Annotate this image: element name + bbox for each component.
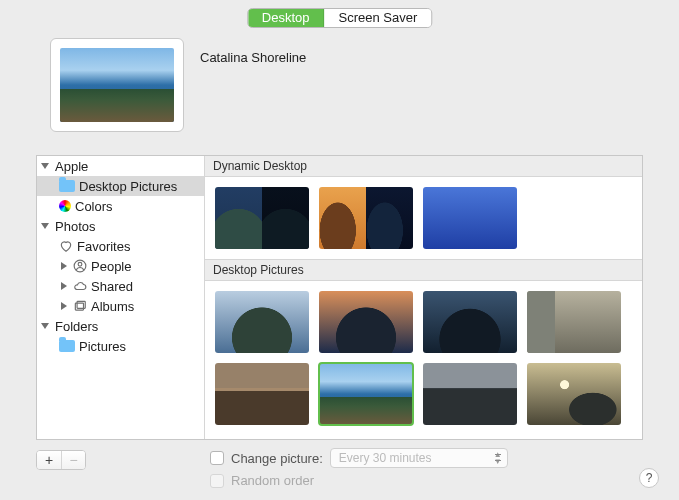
source-sidebar: Apple Desktop Pictures Colors Photos Fav… xyxy=(37,156,205,439)
sidebar-item-people[interactable]: People xyxy=(37,256,204,276)
group-header-dynamic: Dynamic Desktop xyxy=(205,156,642,177)
wallpaper-thumb[interactable] xyxy=(423,187,517,249)
add-remove-source: + − xyxy=(36,450,86,470)
disclosure-triangle-icon xyxy=(41,163,49,169)
svg-point-1 xyxy=(78,262,82,266)
add-source-button[interactable]: + xyxy=(37,451,61,469)
disclosure-triangle-icon xyxy=(41,223,49,229)
wallpaper-thumb[interactable] xyxy=(527,291,621,353)
wallpaper-thumb[interactable] xyxy=(423,291,517,353)
disclosure-triangle-icon xyxy=(61,262,67,270)
folder-icon xyxy=(59,340,75,352)
sidebar-item-colors[interactable]: Colors xyxy=(37,196,204,216)
sidebar-section-apple[interactable]: Apple xyxy=(37,156,204,176)
disclosure-triangle-icon xyxy=(41,323,49,329)
sidebar-item-albums[interactable]: Albums xyxy=(37,296,204,316)
person-icon xyxy=(73,259,87,273)
disclosure-triangle-icon xyxy=(61,302,67,310)
change-interval-popup[interactable]: Every 30 minutes ▲▼ xyxy=(330,448,508,468)
sidebar-item-desktop-pictures[interactable]: Desktop Pictures xyxy=(37,176,204,196)
current-wallpaper-name: Catalina Shoreline xyxy=(200,50,306,65)
albums-icon xyxy=(73,299,87,313)
wallpaper-thumb[interactable] xyxy=(527,363,621,425)
sidebar-section-folders[interactable]: Folders xyxy=(37,316,204,336)
wallpaper-thumb[interactable] xyxy=(319,363,413,425)
folder-icon xyxy=(59,180,75,192)
current-wallpaper-preview xyxy=(50,38,184,132)
wallpaper-thumb[interactable] xyxy=(215,187,309,249)
group-header-desktop-pictures: Desktop Pictures xyxy=(205,259,642,281)
remove-source-button: − xyxy=(61,451,85,469)
sidebar-item-shared[interactable]: Shared xyxy=(37,276,204,296)
chevron-up-down-icon: ▲▼ xyxy=(494,451,502,465)
tab-selector: Desktop Screen Saver xyxy=(247,8,432,28)
wallpaper-thumb[interactable] xyxy=(423,363,517,425)
cloud-icon xyxy=(73,279,87,293)
wallpaper-thumb[interactable] xyxy=(319,291,413,353)
sidebar-item-pictures-folder[interactable]: Pictures xyxy=(37,336,204,356)
change-picture-checkbox[interactable] xyxy=(210,451,224,465)
sidebar-item-favorites[interactable]: Favorites xyxy=(37,236,204,256)
wallpaper-content: Dynamic Desktop Desktop Pictures xyxy=(205,156,642,439)
disclosure-triangle-icon xyxy=(61,282,67,290)
sidebar-section-photos[interactable]: Photos xyxy=(37,216,204,236)
heart-icon xyxy=(59,239,73,253)
tab-desktop[interactable]: Desktop xyxy=(248,9,325,27)
wallpaper-thumb[interactable] xyxy=(319,187,413,249)
change-picture-label: Change picture: xyxy=(231,451,323,466)
wallpaper-thumb[interactable] xyxy=(215,291,309,353)
wallpaper-thumb[interactable] xyxy=(215,363,309,425)
color-wheel-icon xyxy=(59,200,71,212)
random-order-checkbox xyxy=(210,474,224,488)
main-panel: Apple Desktop Pictures Colors Photos Fav… xyxy=(36,155,643,440)
help-button[interactable]: ? xyxy=(639,468,659,488)
tab-screensaver[interactable]: Screen Saver xyxy=(324,9,431,27)
random-order-label: Random order xyxy=(231,473,314,488)
